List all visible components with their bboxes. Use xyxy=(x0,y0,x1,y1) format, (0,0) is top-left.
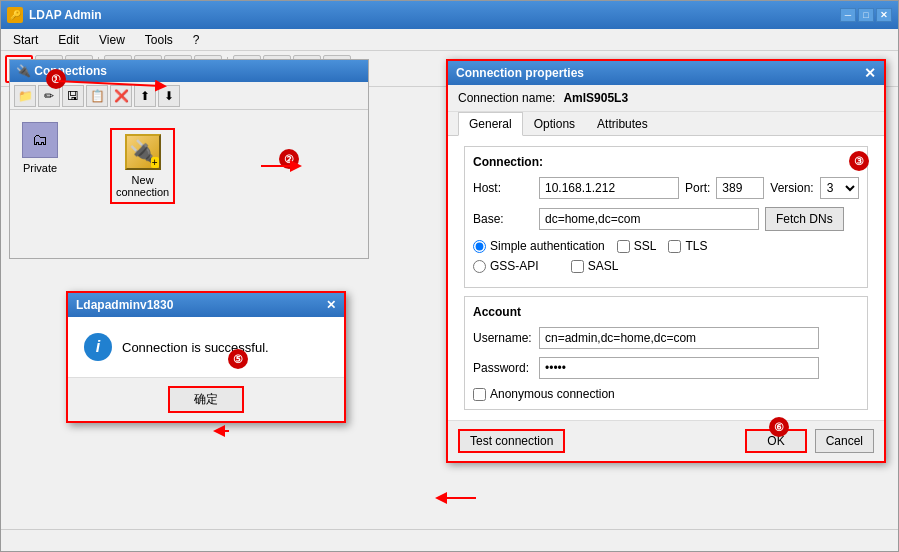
new-connection-icon: 🔌 + xyxy=(125,134,161,170)
simple-auth-label: Simple authentication xyxy=(490,239,605,253)
conn-save-btn[interactable]: 🖫 xyxy=(62,85,84,107)
minimize-btn[interactable]: ─ xyxy=(840,8,856,22)
conn-up-btn[interactable]: ⬆ xyxy=(134,85,156,107)
conn-name-value: AmlS905L3 xyxy=(563,91,628,105)
annotation-3: ③ xyxy=(849,151,869,171)
dialog-tabs: General Options Attributes xyxy=(448,112,884,136)
username-label: Username: xyxy=(473,331,533,345)
tls-check[interactable]: TLS xyxy=(668,239,707,253)
status-bar xyxy=(1,529,898,551)
conn-del-btn[interactable]: ❌ xyxy=(110,85,132,107)
connection-section-label: Connection: xyxy=(473,155,859,169)
app-icon: 🔑 xyxy=(7,7,23,23)
dialog-content: Connection: Host: Port: Version: 3 2 Bas… xyxy=(448,136,884,420)
maximize-btn[interactable]: □ xyxy=(858,8,874,22)
folder-label: Private xyxy=(23,162,57,174)
username-input[interactable] xyxy=(539,327,819,349)
menu-start[interactable]: Start xyxy=(5,31,46,49)
account-section: Account Username: Password: Anonymous co… xyxy=(464,296,868,410)
window-controls: ─ □ ✕ xyxy=(840,8,892,22)
msg-title: Ldapadminv1830 xyxy=(76,298,173,312)
connections-content: 🗂 Private 🔌 + Newconnection xyxy=(10,110,368,258)
msg-title-bar: Ldapadminv1830 ✕ xyxy=(68,293,344,317)
sasl-check[interactable]: SASL xyxy=(571,259,619,273)
conn-props-close-btn[interactable]: ✕ xyxy=(864,65,876,81)
folder-icon: 🗂 xyxy=(22,122,58,158)
annotation-2: ② xyxy=(279,149,299,169)
tls-label: TLS xyxy=(685,239,707,253)
annotation-5: ⑤ xyxy=(228,349,248,369)
host-label: Host: xyxy=(473,181,533,195)
msg-text: Connection is successful. xyxy=(122,340,269,355)
password-input[interactable] xyxy=(539,357,819,379)
anonymous-label: Anonymous connection xyxy=(490,387,615,401)
conn-down-btn[interactable]: ⬇ xyxy=(158,85,180,107)
connection-section: Connection: Host: Port: Version: 3 2 Bas… xyxy=(464,146,868,288)
gss-label: GSS-API xyxy=(490,259,539,273)
host-port-row: Host: Port: Version: 3 2 xyxy=(473,177,859,199)
app-title: LDAP Admin xyxy=(29,8,840,22)
new-connection-label: Newconnection xyxy=(116,174,169,198)
version-label: Version: xyxy=(770,181,813,195)
test-connection-btn[interactable]: Test connection xyxy=(458,429,565,453)
port-label: Port: xyxy=(685,181,710,195)
tab-general[interactable]: General xyxy=(458,112,523,136)
menu-view[interactable]: View xyxy=(91,31,133,49)
close-btn[interactable]: ✕ xyxy=(876,8,892,22)
sasl-label: SASL xyxy=(588,259,619,273)
conn-copy-btn[interactable]: 📋 xyxy=(86,85,108,107)
connections-panel: 🔌 Connections 📁 ✏ 🖫 📋 ❌ ⬆ ⬇ 🗂 Private 🔌 xyxy=(9,59,369,259)
connections-icon: 🔌 xyxy=(16,64,31,78)
password-row: Password: xyxy=(473,357,859,379)
confirm-btn[interactable]: 确定 xyxy=(168,386,244,413)
private-folder[interactable]: 🗂 Private xyxy=(18,118,62,178)
tab-options[interactable]: Options xyxy=(523,112,586,136)
fetch-dns-btn[interactable]: Fetch DNs xyxy=(765,207,844,231)
dialog-footer: Test connection ④ OK Cancel ⑥ xyxy=(448,420,884,461)
conn-name-label: Connection name: xyxy=(458,91,555,105)
base-row: Base: Fetch DNs xyxy=(473,207,859,231)
menu-edit[interactable]: Edit xyxy=(50,31,87,49)
connections-toolbar: 📁 ✏ 🖫 📋 ❌ ⬆ ⬇ xyxy=(10,82,368,110)
gss-radio[interactable]: GSS-API xyxy=(473,259,539,273)
sasl-checkbox[interactable] xyxy=(571,260,584,273)
title-bar: 🔑 LDAP Admin ─ □ ✕ xyxy=(1,1,898,29)
version-select[interactable]: 3 2 xyxy=(820,177,859,199)
port-input[interactable] xyxy=(716,177,764,199)
cancel-btn[interactable]: Cancel xyxy=(815,429,874,453)
new-connection-item[interactable]: 🔌 + Newconnection xyxy=(110,128,175,204)
ssl-check[interactable]: SSL xyxy=(617,239,657,253)
msg-content: i Connection is successful. xyxy=(68,317,344,377)
anonymous-check[interactable]: Anonymous connection xyxy=(473,387,859,401)
menu-help[interactable]: ? xyxy=(185,31,208,49)
simple-auth-input[interactable] xyxy=(473,240,486,253)
conn-props-title-bar: Connection properties ✕ xyxy=(448,61,884,85)
connection-properties-dialog: Connection properties ✕ Connection name:… xyxy=(446,59,886,463)
conn-props-title: Connection properties xyxy=(456,66,584,80)
base-label: Base: xyxy=(473,212,533,226)
menu-tools[interactable]: Tools xyxy=(137,31,181,49)
simple-auth-radio[interactable]: Simple authentication xyxy=(473,239,605,253)
auth-row-1: Simple authentication SSL TLS xyxy=(473,239,859,253)
password-label: Password: xyxy=(473,361,533,375)
anonymous-checkbox[interactable] xyxy=(473,388,486,401)
tab-attributes[interactable]: Attributes xyxy=(586,112,659,136)
info-icon: i xyxy=(84,333,112,361)
menu-bar: Start Edit View Tools ? xyxy=(1,29,898,51)
account-section-label: Account xyxy=(473,305,859,319)
msg-close-btn[interactable]: ✕ xyxy=(326,298,336,312)
conn-new-btn[interactable]: 📁 xyxy=(14,85,36,107)
msg-footer: ⑤ 确定 xyxy=(68,377,344,421)
host-input[interactable] xyxy=(539,177,679,199)
annotation-1: ① xyxy=(46,69,66,89)
annotation-6: ⑥ xyxy=(769,417,789,437)
ssl-checkbox[interactable] xyxy=(617,240,630,253)
tls-checkbox[interactable] xyxy=(668,240,681,253)
base-input[interactable] xyxy=(539,208,759,230)
main-window: 🔑 LDAP Admin ─ □ ✕ Start Edit View Tools… xyxy=(0,0,899,552)
username-row: Username: xyxy=(473,327,859,349)
ssl-label: SSL xyxy=(634,239,657,253)
gss-input[interactable] xyxy=(473,260,486,273)
auth-row-2: GSS-API SASL xyxy=(473,259,859,273)
conn-name-row: Connection name: AmlS905L3 ③ xyxy=(448,85,884,112)
